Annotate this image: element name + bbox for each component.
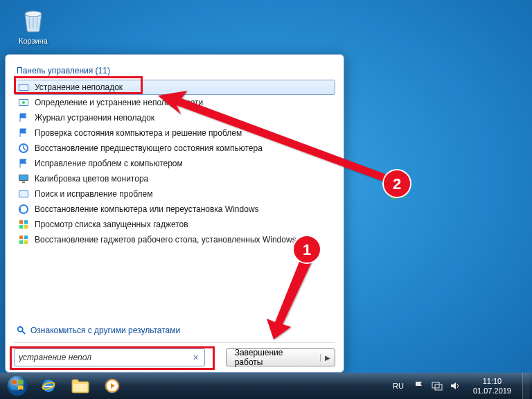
svg-rect-13 xyxy=(19,220,23,224)
start-menu: Панель управления (11) Устранение непола… xyxy=(5,54,344,373)
result-list: Устранение неполадок Определение и устра… xyxy=(14,80,335,247)
result-label: Калибровка цветов монитора xyxy=(35,174,148,184)
troubleshoot-icon xyxy=(18,82,29,93)
troubleshoot-icon xyxy=(18,188,29,200)
svg-rect-32 xyxy=(432,382,439,388)
action-center-icon[interactable] xyxy=(414,380,425,391)
start-menu-bottom: × Завершение работы ▶ xyxy=(14,342,335,366)
result-item-troubleshoot[interactable]: Устранение неполадок xyxy=(14,80,335,95)
result-item-fix-problems[interactable]: Исправление проблем с компьютером xyxy=(14,156,335,171)
windows-logo-hint xyxy=(384,177,412,204)
language-indicator[interactable]: RU xyxy=(390,382,407,390)
svg-rect-17 xyxy=(19,236,23,239)
results-header[interactable]: Панель управления (11) xyxy=(14,62,335,80)
shutdown-label: Завершение работы xyxy=(227,348,320,367)
result-label: Поиск и исправление проблем xyxy=(35,189,152,199)
flag-icon xyxy=(18,127,29,139)
clock-time: 11:10 xyxy=(473,376,511,386)
result-label: Восстановление компьютера или переустано… xyxy=(35,204,259,214)
desktop: Корзина Панель управления (11) Устранени… xyxy=(0,0,532,399)
svg-point-5 xyxy=(22,101,25,104)
network-icon xyxy=(18,97,29,108)
volume-icon[interactable] xyxy=(450,380,461,391)
result-item-gadget-list[interactable]: Просмотр списка запущенных гаджетов xyxy=(14,217,335,232)
result-label: Восстановление предшествующего состояния… xyxy=(35,143,263,153)
taskbar-ie[interactable] xyxy=(33,375,64,397)
more-results-label: Ознакомиться с другими результатами xyxy=(30,326,180,335)
result-label: Определение и устранение неполадок сети xyxy=(35,98,203,107)
svg-rect-16 xyxy=(24,225,28,229)
search-icon xyxy=(17,326,26,335)
svg-point-21 xyxy=(18,327,23,332)
network-tray-icon[interactable] xyxy=(432,380,443,391)
svg-rect-19 xyxy=(19,240,23,244)
flag-icon xyxy=(18,112,29,123)
flag-icon xyxy=(18,158,29,169)
more-results-link[interactable]: Ознакомиться с другими результатами xyxy=(14,321,335,342)
result-label: Журнал устранения неполадок xyxy=(35,113,154,123)
result-label: Просмотр списка запущенных гаджетов xyxy=(35,220,188,229)
result-label: Устранение неполадок xyxy=(35,82,123,92)
svg-rect-14 xyxy=(24,220,28,224)
restore-icon xyxy=(18,204,29,215)
shutdown-button[interactable]: Завершение работы ▶ xyxy=(226,348,335,366)
start-button[interactable] xyxy=(3,374,32,398)
result-item-history[interactable]: Журнал устранения неполадок xyxy=(14,110,335,125)
taskbar-explorer[interactable] xyxy=(65,375,96,397)
svg-rect-2 xyxy=(19,85,28,90)
result-item-check-status[interactable]: Проверка состояния компьютера и решение … xyxy=(14,125,335,141)
recycle-bin[interactable]: Корзина xyxy=(12,6,54,45)
start-orb-icon xyxy=(6,374,29,398)
svg-rect-15 xyxy=(19,225,23,229)
search-clear-button[interactable]: × xyxy=(191,352,200,363)
svg-point-25 xyxy=(8,376,28,396)
recycle-bin-label: Корзина xyxy=(12,37,54,45)
recycle-bin-icon xyxy=(19,6,47,33)
result-label: Проверка состояния компьютера и решение … xyxy=(35,128,242,138)
result-label: Восстановление гаджетов рабочего стола, … xyxy=(35,235,296,245)
search-box[interactable]: × xyxy=(14,348,205,366)
folder-icon xyxy=(71,378,89,393)
svg-point-0 xyxy=(25,11,42,17)
gadget-icon xyxy=(18,219,29,230)
result-item-recover-reinstall[interactable]: Восстановление компьютера или переустано… xyxy=(14,202,335,217)
result-item-restore[interactable]: Восстановление предшествующего состояния… xyxy=(14,141,335,156)
result-item-find-fix[interactable]: Поиск и исправление проблем xyxy=(14,186,335,202)
result-item-calibrate-color[interactable]: Калибровка цветов монитора xyxy=(14,171,335,186)
taskbar-media-player[interactable] xyxy=(97,375,127,397)
clock[interactable]: 11:10 01.07.2019 xyxy=(468,376,517,396)
search-input[interactable] xyxy=(19,353,191,362)
show-desktop-button[interactable] xyxy=(522,373,529,399)
svg-line-22 xyxy=(22,331,25,334)
clock-date: 01.07.2019 xyxy=(473,386,511,396)
svg-rect-9 xyxy=(22,181,25,183)
svg-rect-11 xyxy=(19,191,28,197)
svg-rect-18 xyxy=(24,236,28,239)
svg-rect-28 xyxy=(73,384,87,391)
gadget-icon xyxy=(18,234,29,245)
media-player-icon xyxy=(104,378,121,394)
svg-rect-8 xyxy=(19,175,28,180)
result-label: Исправление проблем с компьютером xyxy=(35,159,183,168)
ie-icon xyxy=(40,378,57,394)
result-item-network-troubleshoot[interactable]: Определение и устранение неполадок сети xyxy=(14,95,335,110)
restore-icon xyxy=(18,143,29,154)
result-item-gadget-restore[interactable]: Восстановление гаджетов рабочего стола, … xyxy=(14,232,335,247)
taskbar: RU 11:10 01.07.2019 xyxy=(0,373,532,399)
monitor-icon xyxy=(18,173,29,184)
svg-rect-33 xyxy=(435,384,442,390)
svg-rect-20 xyxy=(24,240,28,244)
system-tray: RU 11:10 01.07.2019 xyxy=(390,376,521,396)
shutdown-menu-split[interactable]: ▶ xyxy=(320,354,335,362)
